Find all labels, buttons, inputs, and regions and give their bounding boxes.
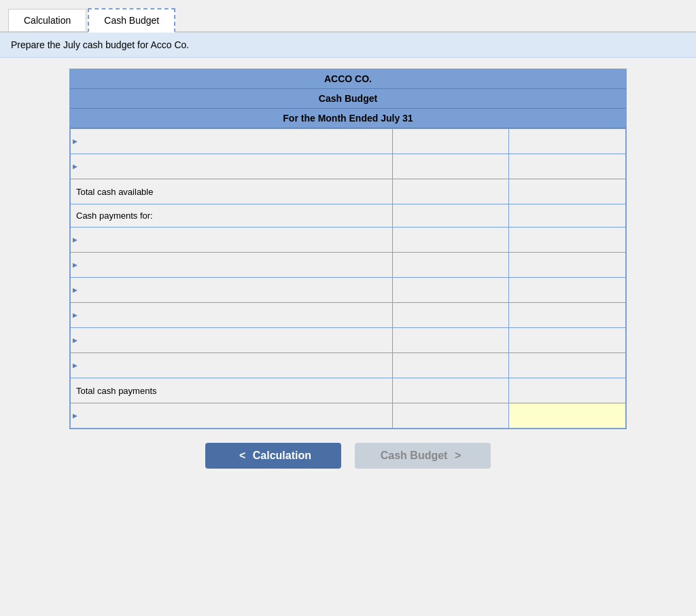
prev-button[interactable]: < Calculation xyxy=(205,443,341,469)
table-row xyxy=(71,154,626,179)
table-row: Total cash available xyxy=(71,179,626,204)
row6-label-cell xyxy=(71,253,393,278)
row1-label-input[interactable] xyxy=(76,132,387,151)
row12-mid-input[interactable] xyxy=(398,406,504,425)
row2-mid-input[interactable] xyxy=(398,157,504,176)
next-arrow-icon: > xyxy=(455,450,461,461)
row7-mid-input[interactable] xyxy=(398,280,504,300)
page-container: Calculation Cash Budget Prepare the July… xyxy=(0,0,696,616)
tab-calculation[interactable]: Calculation xyxy=(8,9,86,31)
table-row: Cash payments for: xyxy=(71,204,626,228)
total-cash-available-right xyxy=(509,179,626,204)
prev-arrow-icon: < xyxy=(239,450,245,461)
row8-label-cell xyxy=(71,303,393,328)
row12-right-input[interactable] xyxy=(515,406,620,425)
row2-label-cell xyxy=(71,154,393,179)
table-row xyxy=(71,253,626,278)
row2-right-cell xyxy=(509,154,626,179)
budget-table-wrapper: ACCO CO. Cash Budget For the Month Ended… xyxy=(69,69,627,429)
row1-right-input[interactable] xyxy=(515,132,620,151)
table-row: Total cash payments xyxy=(71,378,626,403)
row10-mid-input[interactable] xyxy=(398,356,504,375)
total-cash-available-right-input[interactable] xyxy=(515,182,620,201)
row5-label-input[interactable] xyxy=(76,230,387,249)
total-cash-payments-mid xyxy=(392,378,509,403)
table-row xyxy=(71,129,626,154)
budget-data-table: Total cash available Cash payments for: xyxy=(70,128,626,429)
total-cash-payments-label: Total cash payments xyxy=(71,378,393,403)
row1-right-cell xyxy=(509,129,626,154)
cash-payments-right xyxy=(509,204,626,228)
table-subtitle: For the Month Ended July 31 xyxy=(70,109,626,128)
instruction-bar: Prepare the July cash budget for Acco Co… xyxy=(0,33,696,58)
row2-right-input[interactable] xyxy=(515,157,620,176)
row9-label-cell xyxy=(71,328,393,353)
row6-mid-cell xyxy=(392,253,509,278)
row10-mid-cell xyxy=(392,353,509,378)
total-cash-payments-mid-input[interactable] xyxy=(398,381,504,400)
row2-label-input[interactable] xyxy=(76,157,387,176)
row5-mid-input[interactable] xyxy=(398,230,504,249)
row5-label-cell xyxy=(71,228,393,253)
row6-label-input[interactable] xyxy=(76,255,387,274)
next-button[interactable]: Cash Budget > xyxy=(355,443,491,469)
row5-right-cell xyxy=(509,228,626,253)
table-row xyxy=(71,303,626,328)
table-row xyxy=(71,328,626,353)
cash-payments-label: Cash payments for: xyxy=(71,204,393,228)
row12-right-cell-highlighted xyxy=(509,403,626,429)
table-row xyxy=(71,403,626,429)
row5-mid-cell xyxy=(392,228,509,253)
row9-label-input[interactable] xyxy=(76,331,387,350)
row7-right-cell xyxy=(509,278,626,303)
row12-mid-cell xyxy=(392,403,509,429)
table-title: Cash Budget xyxy=(70,89,626,109)
row7-label-cell xyxy=(71,278,393,303)
row1-label-cell xyxy=(71,129,393,154)
table-row xyxy=(71,228,626,253)
table-row xyxy=(71,353,626,378)
row8-mid-cell xyxy=(392,303,509,328)
bottom-nav: < Calculation Cash Budget > xyxy=(205,429,491,489)
row8-label-input[interactable] xyxy=(76,306,387,325)
row10-right-cell xyxy=(509,353,626,378)
tabs-bar: Calculation Cash Budget xyxy=(0,0,696,33)
cash-payments-mid xyxy=(392,204,509,228)
total-cash-available-mid-input[interactable] xyxy=(398,182,504,201)
row6-right-cell xyxy=(509,253,626,278)
row9-right-cell xyxy=(509,328,626,353)
row6-mid-input[interactable] xyxy=(398,255,504,274)
row7-label-input[interactable] xyxy=(76,280,387,300)
total-cash-available-label: Total cash available xyxy=(71,179,393,204)
row10-label-input[interactable] xyxy=(76,356,387,375)
row12-label-input[interactable] xyxy=(76,406,387,425)
row9-mid-cell xyxy=(392,328,509,353)
row7-mid-cell xyxy=(392,278,509,303)
total-cash-available-mid xyxy=(392,179,509,204)
company-name: ACCO CO. xyxy=(70,69,626,89)
total-cash-payments-right-input[interactable] xyxy=(515,381,620,400)
row9-mid-input[interactable] xyxy=(398,331,504,350)
row10-label-cell xyxy=(71,353,393,378)
total-cash-payments-right xyxy=(509,378,626,403)
row1-mid-input[interactable] xyxy=(398,132,504,151)
row12-label-cell xyxy=(71,403,393,429)
table-row xyxy=(71,278,626,303)
row8-right-cell xyxy=(509,303,626,328)
tab-cash-budget[interactable]: Cash Budget xyxy=(88,8,175,33)
row8-mid-input[interactable] xyxy=(398,306,504,325)
row2-mid-cell xyxy=(392,154,509,179)
row1-mid-cell xyxy=(392,129,509,154)
main-content: ACCO CO. Cash Budget For the Month Ended… xyxy=(0,58,696,616)
